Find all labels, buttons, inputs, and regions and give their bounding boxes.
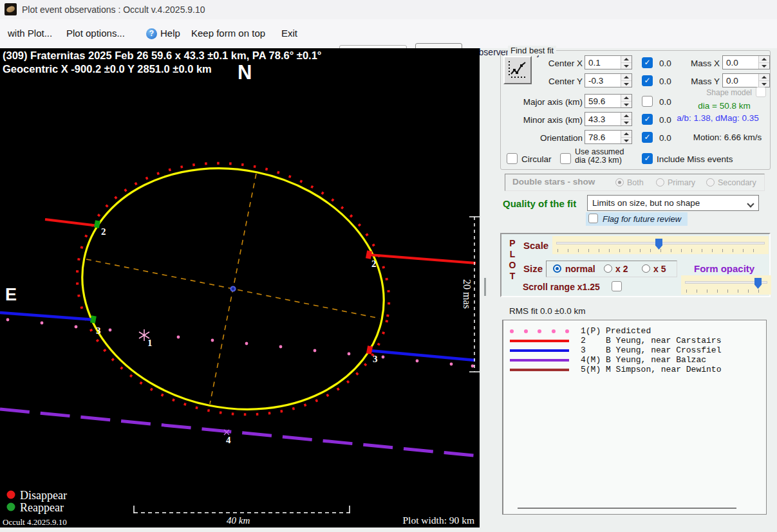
chord3-left xyxy=(0,313,94,320)
menu-with-plot[interactable]: with Plot... xyxy=(8,28,52,39)
disappear-label: Disappear xyxy=(20,489,67,502)
find-best-fit-title: Find best fit xyxy=(508,46,556,55)
scroll-range-checkbox[interactable] xyxy=(612,281,622,291)
obs-name: B Yeung, near Crossfiel xyxy=(606,345,721,355)
plot-controls-panel: P L O T Scale Size normal x 2 x 5 Form o… xyxy=(500,233,771,297)
plot-canvas[interactable]: (309) Fraternitas 2025 Feb 26 59.6 x 43.… xyxy=(0,48,480,527)
occult-version: Occult 4.2025.9.10 xyxy=(3,517,67,527)
double-stars-title: Double stars - show xyxy=(512,177,595,187)
mass-x-label: Mass X xyxy=(681,59,720,68)
chord2-label-right: 2 xyxy=(371,259,377,269)
form-opacity-slider-thumb[interactable] xyxy=(754,278,762,289)
obs-num: 1(P) xyxy=(581,326,606,336)
use-assumed-label: Use assumed dia (42.3 km) xyxy=(575,148,624,165)
center-x-checkbox[interactable]: ✓ xyxy=(642,57,653,68)
use-assumed-checkbox[interactable] xyxy=(560,153,571,164)
shape-model-checkbox xyxy=(756,87,766,97)
list-item[interactable]: 2B Yeung, near Carstairs xyxy=(510,336,761,345)
circular-label: Circular xyxy=(521,154,552,164)
include-miss-checkbox[interactable]: ✓ xyxy=(642,153,653,164)
form-opacity-label: Form opacity xyxy=(694,263,754,274)
center-y-checkbox[interactable]: ✓ xyxy=(642,75,653,86)
size-x2-radio[interactable] xyxy=(604,264,612,273)
scale-slider-thumb[interactable] xyxy=(655,239,662,250)
reappear-label: Reappear xyxy=(20,501,64,514)
chord2-label-left: 2 xyxy=(101,226,106,237)
major-axis-value[interactable]: 59.6 xyxy=(585,95,621,107)
size-x5-radio[interactable] xyxy=(642,264,650,273)
reappear-marker-2 xyxy=(94,220,100,228)
center-x-value[interactable]: 0.1 xyxy=(585,56,621,69)
obs-num: 2 xyxy=(581,336,606,345)
orientation-spinner[interactable]: 78.6 xyxy=(585,130,632,144)
use-assumed-line2: dia (42.3 km) xyxy=(575,156,624,165)
center-y-value[interactable]: -0.3 xyxy=(585,74,621,87)
list-item[interactable]: 3B Yeung, near Crossfiel xyxy=(510,345,761,355)
shape-model-label: Shape model xyxy=(695,88,752,97)
disappear-marker-3 xyxy=(366,345,373,354)
disappear-dot xyxy=(7,491,15,499)
form-opacity-slider[interactable] xyxy=(681,275,771,295)
orientation-checkbox[interactable]: ✓ xyxy=(642,132,653,143)
title-bar: Plot event observations : Occult v.4.202… xyxy=(0,0,777,19)
obs-num: 4(M) xyxy=(581,355,606,365)
panel-resize-handle[interactable] xyxy=(484,278,486,296)
center-y-spinner[interactable]: -0.3 xyxy=(585,73,632,87)
quality-dropdown[interactable]: Limits on size, but no shape xyxy=(587,195,759,211)
orientation-sigma: 0.0 xyxy=(659,133,671,143)
minor-axis-spinner[interactable]: 43.3 xyxy=(585,112,632,126)
center-x-spinner[interactable]: 0.1 xyxy=(585,55,632,69)
mass-y-spin-buttons[interactable] xyxy=(758,74,769,87)
list-item[interactable]: 1(P)Predicted xyxy=(510,326,761,336)
list-item[interactable]: 5(M)M Simpson, near Dewinto xyxy=(510,365,761,374)
major-axis-sigma: 0.0 xyxy=(659,97,671,107)
orientation-label: Orientation xyxy=(505,133,583,143)
list-item[interactable]: 4(M)B Yeung, near Balzac xyxy=(510,355,761,365)
major-axis-checkbox[interactable] xyxy=(642,96,653,107)
quality-label: Quality of the fit xyxy=(503,198,576,209)
plot-width-label: Plot width: 90 km xyxy=(402,515,474,526)
chord4-line xyxy=(0,409,480,456)
mass-y-value[interactable]: 0.0 xyxy=(723,74,758,87)
chord3-swatch xyxy=(510,349,569,352)
menu-keep-on-top[interactable]: Keep form on top xyxy=(191,28,265,39)
major-axis-spinner[interactable]: 59.6 xyxy=(585,94,632,108)
size-x2-label: x 2 xyxy=(615,264,628,274)
minor-axis-checkbox[interactable]: ✓ xyxy=(642,114,653,125)
size-normal-radio[interactable] xyxy=(553,264,561,273)
mass-x-spinner[interactable]: 0.0 xyxy=(722,55,770,69)
chord2-swatch xyxy=(510,340,569,342)
plot-letter-p: P xyxy=(508,238,517,248)
orientation-spin-buttons[interactable] xyxy=(621,131,632,143)
obs-name: M Simpson, near Dewinto xyxy=(606,365,721,374)
scale-bar xyxy=(134,506,350,513)
double-stars-primary-radio xyxy=(656,178,664,187)
size-normal-label: normal xyxy=(565,264,595,274)
flag-review-checkbox[interactable] xyxy=(588,214,598,223)
mass-x-spin-buttons[interactable] xyxy=(758,56,769,69)
scroll-range-label: Scroll range x1.25 xyxy=(523,282,600,292)
menu-help[interactable]: Help xyxy=(160,28,180,39)
chord4-swatch xyxy=(510,359,569,362)
minor-axis-value[interactable]: 43.3 xyxy=(585,113,621,125)
dia-value: dia = 50.8 km xyxy=(679,101,769,111)
plot-header-line2: Geocentric X -900.2 ±0.0 Y 2851.0 ±0.0 k… xyxy=(3,63,212,75)
menu-exit[interactable]: Exit xyxy=(281,28,297,39)
occultation-plot: (309) Fraternitas 2025 Feb 26 59.6 x 43.… xyxy=(0,48,480,527)
mass-x-value[interactable]: 0.0 xyxy=(723,56,758,69)
circular-checkbox[interactable] xyxy=(507,153,518,164)
minor-axis-spin-buttons[interactable] xyxy=(621,113,632,125)
menu-plot-options[interactable]: Plot options... xyxy=(66,28,125,39)
center-y-spin-buttons[interactable] xyxy=(621,74,632,87)
ellipse-center-marker xyxy=(231,287,236,291)
chord1-label: 1 xyxy=(147,338,153,348)
scale-slider[interactable] xyxy=(552,236,769,254)
mass-y-spinner[interactable]: 0.0 xyxy=(722,73,770,87)
observations-listbox[interactable]: 1(P)Predicted 2B Yeung, near Carstairs 3… xyxy=(502,320,767,515)
center-x-spin-buttons[interactable] xyxy=(621,56,632,69)
orientation-value[interactable]: 78.6 xyxy=(585,131,621,143)
major-axis-spin-buttons[interactable] xyxy=(621,95,632,107)
help-icon[interactable]: ? xyxy=(146,28,157,39)
menu-bar: with Plot... Plot options... ? Help Keep… xyxy=(0,19,777,48)
center-y-sigma: 0.0 xyxy=(659,77,671,86)
